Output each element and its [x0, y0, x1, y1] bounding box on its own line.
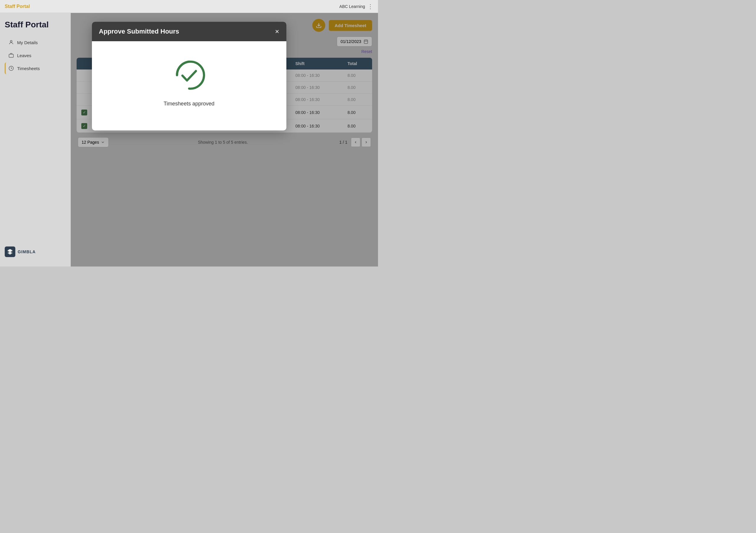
success-message: Timesheets approved	[164, 101, 214, 107]
success-icon	[173, 59, 205, 91]
sidebar-nav: My Details Leaves	[5, 37, 66, 74]
modal-overlay[interactable]: Approve Submitted Hours × Timesheets app…	[71, 13, 378, 266]
layout: Staff Portal My Details	[0, 13, 378, 266]
sidebar-logo: GIMBLA	[5, 244, 66, 260]
svg-point-0	[10, 40, 12, 42]
sidebar-item-timesheets[interactable]: Timesheets	[5, 63, 66, 74]
modal-close-button[interactable]: ×	[275, 28, 279, 35]
sidebar-item-leaves[interactable]: Leaves	[5, 49, 66, 61]
approve-modal: Approve Submitted Hours × Timesheets app…	[92, 22, 286, 130]
svg-rect-1	[9, 54, 14, 58]
top-bar-right: ABC Learning ⋮	[339, 3, 373, 10]
sidebar: Staff Portal My Details	[0, 13, 71, 266]
main-content: Add Timesheet 01/12/2023 Reset	[71, 13, 378, 266]
clock-icon	[8, 65, 14, 71]
modal-header: Approve Submitted Hours ×	[92, 22, 286, 41]
modal-title: Approve Submitted Hours	[99, 28, 179, 35]
top-bar: Staff Portal ABC Learning ⋮	[0, 0, 378, 13]
sidebar-item-label: My Details	[17, 40, 38, 45]
logo-box	[5, 246, 15, 257]
sidebar-item-label: Timesheets	[17, 66, 40, 71]
briefcase-icon	[8, 52, 14, 58]
sidebar-title: Staff Portal	[5, 20, 66, 30]
sidebar-top: Staff Portal My Details	[5, 20, 66, 74]
sidebar-item-my-details[interactable]: My Details	[5, 37, 66, 48]
modal-body: Timesheets approved	[92, 41, 286, 130]
person-icon	[8, 39, 14, 45]
org-name: ABC Learning	[339, 4, 365, 9]
logo-text: GIMBLA	[18, 249, 36, 254]
app-title: Staff Portal	[5, 4, 30, 9]
top-menu-icon[interactable]: ⋮	[367, 3, 373, 10]
sidebar-item-label: Leaves	[17, 53, 31, 58]
